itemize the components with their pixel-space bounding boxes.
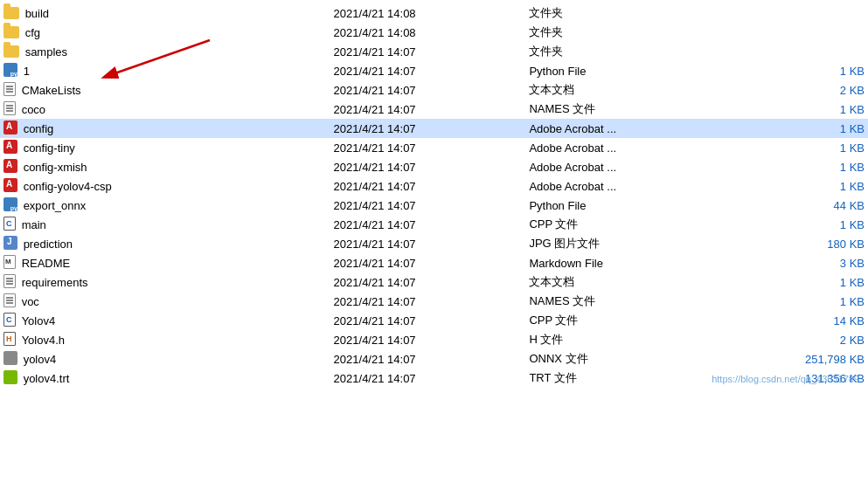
file-name-cell: Yolov4 — [0, 311, 330, 330]
file-date: 2021/4/21 14:08 — [330, 23, 526, 42]
table-row[interactable]: prediction 2021/4/21 14:07 JPG 图片文件 180 … — [0, 234, 868, 253]
table-row[interactable]: config-yolov4-csp 2021/4/21 14:07 Adobe … — [0, 176, 868, 196]
md-icon — [3, 255, 16, 269]
file-date: 2021/4/21 14:07 — [330, 100, 526, 119]
file-size: 251,798 KB — [746, 349, 868, 369]
file-name: requirements — [22, 276, 88, 289]
file-type: Markdown File — [525, 253, 746, 272]
cpp-icon — [3, 313, 16, 327]
file-date: 2021/4/21 14:07 — [330, 157, 526, 176]
file-name: 1 — [24, 65, 30, 78]
file-name-cell: CMakeLists — [0, 80, 330, 100]
file-name: Yolov4 — [22, 314, 56, 327]
file-name: CMakeLists — [22, 84, 81, 97]
file-name-cell: export_onnx — [0, 196, 330, 215]
file-size — [746, 42, 868, 61]
file-type: Adobe Acrobat ... — [525, 119, 746, 138]
file-date: 2021/4/21 14:07 — [330, 292, 526, 311]
pdf-icon — [3, 178, 17, 192]
file-date: 2021/4/21 14:07 — [330, 330, 526, 349]
file-size: 1 KB — [746, 272, 868, 292]
file-name: prediction — [24, 238, 73, 251]
file-name-cell: build — [0, 3, 330, 23]
file-name: voc — [22, 295, 39, 308]
file-date: 2021/4/21 14:07 — [330, 61, 526, 80]
file-date: 2021/4/21 14:07 — [330, 196, 526, 215]
file-size: 1 KB — [746, 176, 868, 196]
file-name-cell: Yolov4.h — [0, 330, 330, 349]
file-date: 2021/4/21 14:07 — [330, 253, 526, 272]
file-name-cell: cfg — [0, 23, 330, 42]
table-row[interactable]: build 2021/4/21 14:08 文件夹 — [0, 3, 868, 23]
file-date: 2021/4/21 14:07 — [330, 80, 526, 100]
table-row[interactable]: config-xmish 2021/4/21 14:07 Adobe Acrob… — [0, 157, 868, 176]
python-icon — [3, 63, 17, 77]
table-row[interactable]: requirements 2021/4/21 14:07 文本文档 1 KB — [0, 272, 868, 292]
pdf-icon — [3, 140, 17, 154]
file-type: 文件夹 — [525, 23, 746, 42]
textdoc-icon — [3, 82, 16, 96]
file-name: yolov4 — [24, 353, 57, 366]
file-size: 1 KB — [746, 119, 868, 138]
file-name-cell: main — [0, 215, 330, 234]
file-size: 3 KB — [746, 253, 868, 272]
file-name-cell: config-yolov4-csp — [0, 176, 330, 196]
file-date: 2021/4/21 14:07 — [330, 215, 526, 234]
file-date: 2021/4/21 14:07 — [330, 119, 526, 138]
file-type: 文件夹 — [525, 42, 746, 61]
file-size: 1 KB — [746, 292, 868, 311]
file-type: 文件夹 — [525, 3, 746, 23]
file-name-cell: requirements — [0, 272, 330, 292]
file-size — [746, 23, 868, 42]
file-name-cell: yolov4 — [0, 349, 330, 369]
file-date: 2021/4/21 14:07 — [330, 234, 526, 253]
file-name: config — [24, 122, 54, 135]
file-size: 1 KB — [746, 61, 868, 80]
table-row[interactable]: main 2021/4/21 14:07 CPP 文件 1 KB — [0, 215, 868, 234]
table-row[interactable]: yolov4 2021/4/21 14:07 ONNX 文件 251,798 K… — [0, 349, 868, 369]
file-type: Adobe Acrobat ... — [525, 138, 746, 157]
file-name: README — [22, 257, 71, 270]
file-date: 2021/4/21 14:08 — [330, 3, 526, 23]
file-type: Adobe Acrobat ... — [525, 176, 746, 196]
file-table: build 2021/4/21 14:08 文件夹 cfg 2021/4/21 … — [0, 3, 868, 388]
table-row[interactable]: cfg 2021/4/21 14:08 文件夹 — [0, 23, 868, 42]
file-date: 2021/4/21 14:07 — [330, 272, 526, 292]
file-name: export_onnx — [24, 199, 87, 212]
file-date: 2021/4/21 14:07 — [330, 42, 526, 61]
file-type: Python File — [525, 61, 746, 80]
table-row[interactable]: coco 2021/4/21 14:07 NAMES 文件 1 KB — [0, 100, 868, 119]
table-row[interactable]: config-tiny 2021/4/21 14:07 Adobe Acroba… — [0, 138, 868, 157]
folder-icon — [3, 26, 19, 38]
table-row[interactable]: 1 2021/4/21 14:07 Python File 1 KB — [0, 61, 868, 80]
file-name-cell: voc — [0, 292, 330, 311]
table-row[interactable]: README 2021/4/21 14:07 Markdown File 3 K… — [0, 253, 868, 272]
file-size: 1 KB — [746, 215, 868, 234]
file-type: H 文件 — [525, 330, 746, 349]
file-size: 1 KB — [746, 138, 868, 157]
file-name: yolov4.trt — [24, 372, 70, 385]
onnx-icon — [3, 351, 17, 365]
file-type: JPG 图片文件 — [525, 234, 746, 253]
file-date: 2021/4/21 14:07 — [330, 311, 526, 330]
table-row[interactable]: config 2021/4/21 14:07 Adobe Acrobat ...… — [0, 119, 868, 138]
table-row[interactable]: CMakeLists 2021/4/21 14:07 文本文档 2 KB — [0, 80, 868, 100]
table-row[interactable]: voc 2021/4/21 14:07 NAMES 文件 1 KB — [0, 292, 868, 311]
file-date: 2021/4/21 14:07 — [330, 176, 526, 196]
file-type: Adobe Acrobat ... — [525, 157, 746, 176]
file-size: 1 KB — [746, 157, 868, 176]
file-name: build — [25, 7, 49, 20]
folder-icon — [3, 7, 19, 19]
table-row[interactable]: export_onnx 2021/4/21 14:07 Python File … — [0, 196, 868, 215]
table-row[interactable]: Yolov4.h 2021/4/21 14:07 H 文件 2 KB — [0, 330, 868, 349]
table-row[interactable]: samples 2021/4/21 14:07 文件夹 — [0, 42, 868, 61]
python-icon — [3, 197, 17, 211]
file-name-cell: README — [0, 253, 330, 272]
file-name-cell: config — [0, 119, 330, 138]
file-size: 2 KB — [746, 330, 868, 349]
file-size: 2 KB — [746, 80, 868, 100]
file-type: ONNX 文件 — [525, 349, 746, 369]
table-row[interactable]: Yolov4 2021/4/21 14:07 CPP 文件 14 KB — [0, 311, 868, 330]
file-date: 2021/4/21 14:07 — [330, 349, 526, 369]
file-name-cell: config-xmish — [0, 157, 330, 176]
